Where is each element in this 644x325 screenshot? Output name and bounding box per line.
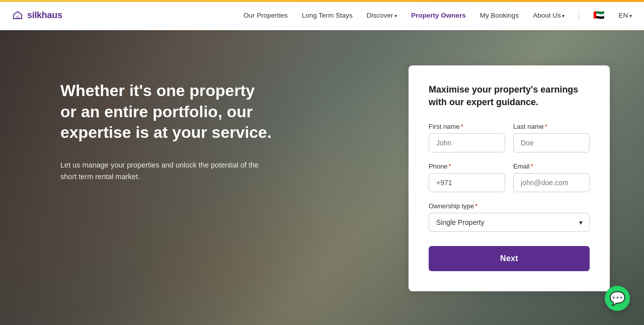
first-name-group: First name* [429,123,505,152]
nav-property-owners[interactable]: Property Owners [411,12,466,19]
hero-section: Whether it's one property or an entire p… [0,30,644,325]
hero-text-block: Whether it's one property or an entire p… [60,60,272,183]
logo[interactable]: silkhaus [12,10,62,21]
logo-icon [12,10,23,21]
hero-title: Whether it's one property or an entire p… [60,80,272,143]
hero-subtitle: Let us manage your properties and unlock… [60,159,272,183]
last-name-group: Last name* [513,123,590,152]
phone-group: Phone* [429,162,505,192]
nav-about-us[interactable]: About Us [533,12,565,19]
first-name-input[interactable] [429,133,505,152]
nav-discover[interactable]: Discover [367,12,397,19]
next-button[interactable]: Next [429,246,590,271]
ownership-type-group: Ownership type* Single Property Multiple… [429,202,590,232]
nav-flag[interactable]: 🇦🇪 [593,10,604,21]
top-bar [0,0,644,2]
nav-separator [579,10,579,20]
nav-language[interactable]: EN [618,12,632,19]
last-name-input[interactable] [513,133,590,152]
hero-content: Whether it's one property or an entire p… [0,30,644,325]
form-card: Maximise your property's earnings with o… [409,65,610,291]
nav-my-bookings[interactable]: My Bookings [480,12,519,19]
phone-required: * [449,162,451,170]
nav-our-properties[interactable]: Our Properties [244,12,288,19]
whatsapp-icon: 💬 [609,291,625,306]
whatsapp-button[interactable]: 💬 [605,286,630,311]
ownership-required: * [475,202,477,210]
form-name-row: First name* Last name* [429,123,590,152]
form-contact-row: Phone* Email* [429,162,590,192]
email-group: Email* [513,162,590,192]
last-name-label: Last name* [513,123,590,130]
phone-label: Phone* [429,162,505,170]
ownership-select-wrapper: Single Property Multiple Properties Port… [429,213,590,232]
first-name-required: * [460,123,463,130]
form-title: Maximise your property's earnings with o… [429,84,590,109]
first-name-label: First name* [429,123,505,130]
email-required: * [531,162,533,170]
nav-long-term-stays[interactable]: Long Term Stays [302,12,353,19]
last-name-required: * [545,123,547,130]
svg-rect-0 [16,16,19,19]
email-label: Email* [513,162,590,170]
header: silkhaus Our Properties Long Term Stays … [0,0,644,30]
ownership-type-select[interactable]: Single Property Multiple Properties Port… [429,213,590,232]
main-nav: Our Properties Long Term Stays Discover … [244,10,632,21]
email-input[interactable] [513,173,590,192]
logo-text: silkhaus [27,10,62,21]
phone-input[interactable] [429,173,505,192]
ownership-type-label: Ownership type* [429,202,590,210]
